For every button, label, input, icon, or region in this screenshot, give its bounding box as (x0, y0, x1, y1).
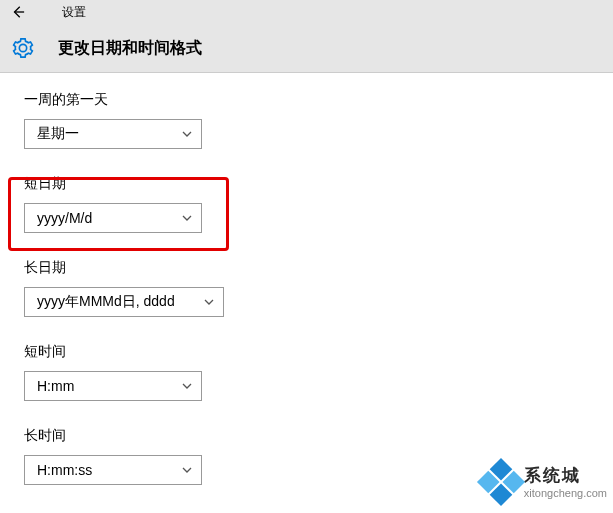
content-area: 一周的第一天 星期一 短日期 yyyy/M/d 长日期 yyyy年MMMd日, … (0, 73, 613, 485)
chevron-down-icon (181, 128, 193, 140)
group-long-time: 长时间 H:mm:ss (24, 427, 613, 485)
combo-long-date-value: yyyy年MMMd日, dddd (37, 293, 175, 311)
combo-short-time[interactable]: H:mm (24, 371, 202, 401)
label-long-date: 长日期 (24, 259, 613, 277)
label-short-date: 短日期 (24, 175, 613, 193)
label-first-day: 一周的第一天 (24, 91, 613, 109)
window-title: 设置 (62, 4, 86, 21)
arrow-left-icon (11, 5, 25, 19)
chevron-down-icon (203, 296, 215, 308)
watermark-url: xitongcheng.com (524, 487, 607, 499)
settings-gear-icon (10, 37, 36, 59)
chevron-down-icon (181, 380, 193, 392)
combo-first-day[interactable]: 星期一 (24, 119, 202, 149)
page-title: 更改日期和时间格式 (58, 38, 202, 59)
combo-short-time-value: H:mm (37, 378, 74, 394)
combo-long-time-value: H:mm:ss (37, 462, 92, 478)
label-long-time: 长时间 (24, 427, 613, 445)
group-long-date: 长日期 yyyy年MMMd日, dddd (24, 259, 613, 317)
chevron-down-icon (181, 212, 193, 224)
combo-short-date-value: yyyy/M/d (37, 210, 92, 226)
back-button[interactable] (8, 5, 28, 19)
titlebar: 设置 (0, 0, 613, 24)
group-short-time: 短时间 H:mm (24, 343, 613, 401)
group-first-day: 一周的第一天 星期一 (24, 91, 613, 149)
combo-long-date[interactable]: yyyy年MMMd日, dddd (24, 287, 224, 317)
combo-first-day-value: 星期一 (37, 125, 79, 143)
combo-short-date[interactable]: yyyy/M/d (24, 203, 202, 233)
group-short-date: 短日期 yyyy/M/d (24, 175, 613, 233)
label-short-time: 短时间 (24, 343, 613, 361)
chevron-down-icon (181, 464, 193, 476)
page-header: 更改日期和时间格式 (0, 24, 613, 73)
combo-long-time[interactable]: H:mm:ss (24, 455, 202, 485)
